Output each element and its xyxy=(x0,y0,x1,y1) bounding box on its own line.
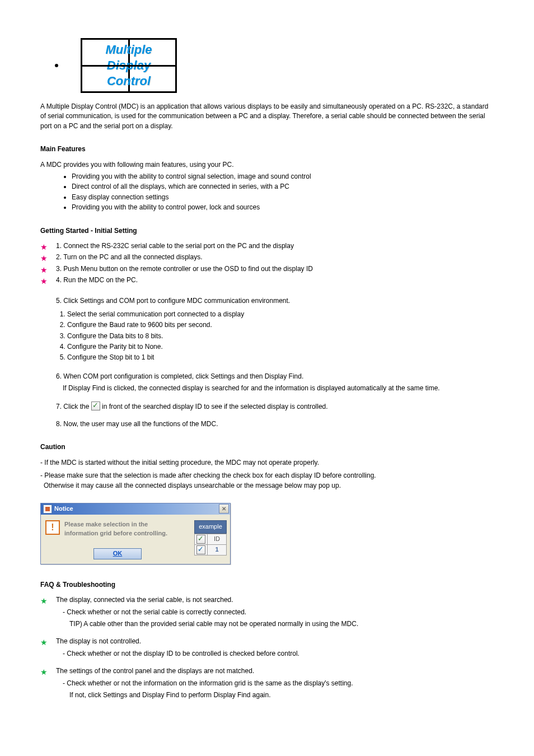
faq-q3-a2: If not, click Settings and Display Find … xyxy=(40,690,494,700)
example-id-header: ID xyxy=(208,535,226,544)
notice-message: Please make selection in the information… xyxy=(64,520,167,538)
step-item: 1. Connect the RS-232C serial cable to t… xyxy=(40,241,494,251)
step-7: 7. Click the in front of the searched di… xyxy=(40,402,494,412)
step-item: 3. Push Menu button on the remote contro… xyxy=(40,264,494,274)
caution-line3: Otherwise it may cause all the connected… xyxy=(40,481,494,491)
caution-line1: - If the MDC is started without the init… xyxy=(40,458,494,468)
list-item: Select the serial communication port con… xyxy=(67,310,494,319)
notice-dialog-wrap: Notice ✕ ! Please make selection in the … xyxy=(40,503,494,564)
getting-started-heading: Getting Started - Initial Setting xyxy=(40,226,494,236)
example-id-value: 1 xyxy=(208,545,226,554)
caution-line2: - Please make sure that the selection is… xyxy=(40,471,494,480)
faq-q2: The display is not controlled. xyxy=(40,637,494,646)
checkbox-icon xyxy=(91,402,100,410)
step-6: 6. When COM port configuration is comple… xyxy=(40,372,494,381)
main-features-list: Providing you with the ability to contro… xyxy=(40,172,494,213)
faq-q3-a1: - Check whether or not the information o… xyxy=(40,679,494,688)
list-item: Configure the Data bits to 8 bits. xyxy=(67,332,494,341)
main-features-lead: A MDC provides you with following main f… xyxy=(40,160,494,170)
intro-text: A Multiple Display Control (MDC) is an a… xyxy=(40,102,494,131)
step-5: 5. Click Settings and COM port to config… xyxy=(40,296,494,306)
ok-button[interactable]: OK xyxy=(93,548,142,559)
list-item: Providing you with the ability to contro… xyxy=(72,203,494,212)
main-features-heading: Main Features xyxy=(40,144,494,154)
faq-q3-q: The settings of the control panel and th… xyxy=(40,666,494,676)
list-item: Direct control of all the displays, whic… xyxy=(72,182,494,192)
faq-q1-q: The display, connected via the serial ca… xyxy=(40,595,494,605)
faq-q2-q: The display is not controlled. xyxy=(40,637,494,646)
logo-line1: Multiple xyxy=(105,42,152,58)
step-8: 8. Now, the user may use all the functio… xyxy=(40,419,494,429)
notice-title-text: Notice xyxy=(54,505,219,514)
logo-row: Multiple Display Control xyxy=(40,0,494,93)
logo-line2: Display xyxy=(107,58,151,73)
warning-icon: ! xyxy=(45,520,60,535)
step-6b: If Display Find is clicked, the connecte… xyxy=(40,384,494,393)
list-item: Configure the Baud rate to 9600 bits per… xyxy=(67,320,494,330)
step-item: 4. Run the MDC on the PC. xyxy=(40,276,494,285)
checkbox-icon xyxy=(196,545,205,554)
caution-heading: Caution xyxy=(40,442,494,452)
step-item: 2. Turn on the PC and all the connected … xyxy=(40,253,494,262)
notice-dialog: Notice ✕ ! Please make selection in the … xyxy=(40,503,231,564)
bullet-icon xyxy=(55,64,58,67)
checkbox-icon xyxy=(196,535,205,544)
app-icon xyxy=(43,505,52,514)
close-button[interactable]: ✕ xyxy=(219,504,229,514)
list-item: Configure the Parity bit to None. xyxy=(67,342,494,352)
faq-q1-tip: TIP) A cable other than the provided ser… xyxy=(40,619,494,629)
faq-q2-a: - Check whether or not the display ID to… xyxy=(40,649,494,659)
list-item: Easy display connection settings xyxy=(72,193,494,202)
mdc-logo: Multiple Display Control xyxy=(81,38,177,93)
getting-started-steps: 1. Connect the RS-232C serial cable to t… xyxy=(40,241,494,286)
list-item: Configure the Stop bit to 1 bit xyxy=(67,353,494,362)
example-box: example ID 1 xyxy=(194,520,227,559)
notice-titlebar: Notice ✕ xyxy=(41,503,230,515)
step-5-sublist: Select the serial communication port con… xyxy=(40,310,494,363)
list-item: Providing you with the ability to contro… xyxy=(72,172,494,181)
example-label: example xyxy=(194,520,227,534)
faq-heading: FAQ & Troubleshooting xyxy=(40,580,494,590)
logo-line3: Control xyxy=(107,73,151,89)
faq-q1-a: - Check whether or not the serial cable … xyxy=(40,608,494,617)
faq-q3: The settings of the control panel and th… xyxy=(40,666,494,676)
faq-q1: The display, connected via the serial ca… xyxy=(40,595,494,605)
